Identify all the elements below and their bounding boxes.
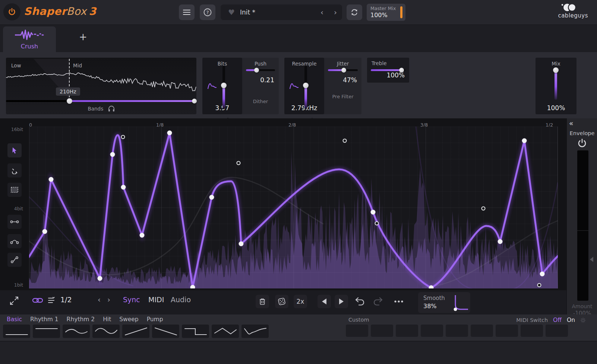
- wave-preset-ramp-down[interactable]: [152, 325, 179, 338]
- marquee-tool[interactable]: [7, 183, 22, 197]
- midi-switch-off[interactable]: Off: [553, 317, 562, 323]
- envelope-curve-handle[interactable]: [375, 222, 379, 225]
- snap-tool[interactable]: [7, 163, 22, 178]
- collapse-sidebar-button[interactable]: «: [569, 119, 574, 127]
- amount-slider[interactable]: [577, 150, 588, 301]
- add-tab-button[interactable]: +: [79, 31, 87, 42]
- double-pattern-button[interactable]: 2x: [294, 295, 307, 308]
- redo-button[interactable]: [373, 297, 383, 306]
- wave-category-pump[interactable]: Pump: [147, 316, 163, 323]
- line-tool[interactable]: [7, 215, 22, 229]
- wave-preset-flat-low[interactable]: [3, 325, 30, 338]
- envelope-node[interactable]: [498, 239, 503, 244]
- randomize-button[interactable]: [275, 295, 288, 308]
- wave-preset-flat-high[interactable]: [33, 325, 60, 338]
- wave-category-sweep[interactable]: Sweep: [119, 316, 138, 323]
- length-prev-button[interactable]: ‹: [98, 295, 101, 304]
- band-slider-low-track[interactable]: [6, 100, 69, 102]
- bits-slider-knob[interactable]: [221, 83, 227, 88]
- amount-marker[interactable]: [590, 257, 593, 262]
- envelope-node[interactable]: [140, 233, 145, 238]
- envelope-curve-handle[interactable]: [482, 207, 485, 210]
- envelope-curve-handle[interactable]: [121, 135, 125, 139]
- custom-slot-6[interactable]: [471, 325, 493, 337]
- wave-category-rhythm-2[interactable]: Rhythm 2: [67, 316, 95, 323]
- wave-preset-sine-soft[interactable]: [63, 325, 90, 338]
- link-loop-button[interactable]: [32, 297, 43, 304]
- envelope-node[interactable]: [540, 272, 545, 277]
- bypass-power-button[interactable]: [3, 3, 20, 20]
- jitter-slider-knob[interactable]: [341, 68, 346, 73]
- tab-crush[interactable]: Crush: [3, 26, 56, 52]
- envelope-curve-handle[interactable]: [237, 162, 240, 165]
- favorite-heart-icon[interactable]: ♥: [228, 8, 235, 17]
- envelope-node[interactable]: [371, 210, 376, 215]
- trash-icon: [259, 298, 266, 305]
- length-next-button[interactable]: ›: [107, 295, 110, 304]
- envelope-node[interactable]: [110, 152, 115, 157]
- custom-slot-1[interactable]: [346, 325, 368, 337]
- length-menu-button[interactable]: [48, 296, 57, 304]
- envelope-node[interactable]: [522, 138, 527, 143]
- cursor-tool[interactable]: [7, 143, 22, 157]
- envelope-node[interactable]: [49, 177, 54, 182]
- push-slider-knob[interactable]: [254, 68, 259, 73]
- audio-mode-button[interactable]: Audio: [171, 296, 191, 304]
- shift-left-button[interactable]: [318, 295, 331, 308]
- wave-category-hit[interactable]: Hit: [103, 316, 111, 323]
- midi-mode-button[interactable]: MIDI: [148, 296, 164, 304]
- midi-switch-on[interactable]: On: [567, 317, 575, 323]
- s-curve-tool[interactable]: [7, 253, 22, 267]
- envelope-node[interactable]: [42, 229, 47, 234]
- envelope-node[interactable]: [98, 276, 102, 281]
- wave-category-rhythm-1[interactable]: Rhythm 1: [30, 316, 59, 323]
- headphones-icon[interactable]: [108, 106, 115, 112]
- wave-preset-sine[interactable]: [92, 325, 120, 338]
- band-right-knob[interactable]: [192, 99, 197, 103]
- pre-filter-toggle[interactable]: Pre Filter: [332, 93, 354, 100]
- wave-preset-dip-curve[interactable]: [241, 325, 269, 338]
- wave-category-basic[interactable]: Basic: [7, 316, 22, 323]
- curve-tool[interactable]: [7, 234, 22, 248]
- more-options-button[interactable]: [392, 295, 405, 308]
- custom-slot-2[interactable]: [371, 325, 393, 337]
- custom-slot-7[interactable]: [496, 325, 518, 337]
- envelope-node[interactable]: [167, 131, 172, 135]
- band-slider-range[interactable]: [70, 100, 194, 102]
- menu-button[interactable]: [179, 4, 195, 20]
- wave-preset-triangle[interactable]: [212, 325, 239, 338]
- treble-slider-knob[interactable]: [399, 68, 404, 73]
- wave-preset-square-step[interactable]: [182, 325, 209, 338]
- mix-slider-knob[interactable]: [553, 67, 559, 73]
- dither-toggle[interactable]: Dither: [242, 99, 279, 104]
- envelope-power-button[interactable]: [577, 138, 588, 149]
- midi-settings-gear-icon[interactable]: [580, 317, 586, 323]
- loop-length-value[interactable]: 1/2: [60, 296, 72, 304]
- preset-next-button[interactable]: ›: [329, 8, 342, 17]
- crossover-knob[interactable]: [67, 98, 72, 104]
- preset-prev-button[interactable]: ‹: [315, 8, 329, 17]
- envelope-curve-handle[interactable]: [343, 139, 347, 143]
- custom-slot-4[interactable]: [421, 325, 443, 337]
- reload-preset-button[interactable]: [347, 4, 362, 20]
- custom-slot-5[interactable]: [446, 325, 468, 337]
- envelope-node[interactable]: [209, 195, 214, 200]
- preset-selector[interactable]: ♥ Init * ‹ ›: [221, 4, 342, 20]
- expand-button[interactable]: [9, 296, 19, 306]
- wave-preset-ramp-up[interactable]: [122, 325, 149, 338]
- delete-button[interactable]: [256, 295, 269, 308]
- master-mix-control[interactable]: Master Mix 100%: [367, 4, 405, 21]
- envelope-curve-handle[interactable]: [538, 284, 541, 287]
- envelope-node[interactable]: [239, 242, 244, 246]
- custom-slot-8[interactable]: [521, 325, 543, 337]
- help-button[interactable]: ?: [200, 4, 215, 20]
- sync-mode-button[interactable]: Sync: [123, 296, 140, 304]
- shift-right-button[interactable]: [335, 295, 348, 308]
- undo-button[interactable]: [355, 297, 365, 306]
- custom-slot-3[interactable]: [396, 325, 418, 337]
- envelope-grid[interactable]: [29, 127, 558, 288]
- smooth-control[interactable]: Smooth 38%: [418, 292, 470, 313]
- envelope-node[interactable]: [121, 185, 126, 190]
- resample-slider-knob[interactable]: [303, 83, 309, 88]
- custom-slot-9[interactable]: [546, 325, 568, 337]
